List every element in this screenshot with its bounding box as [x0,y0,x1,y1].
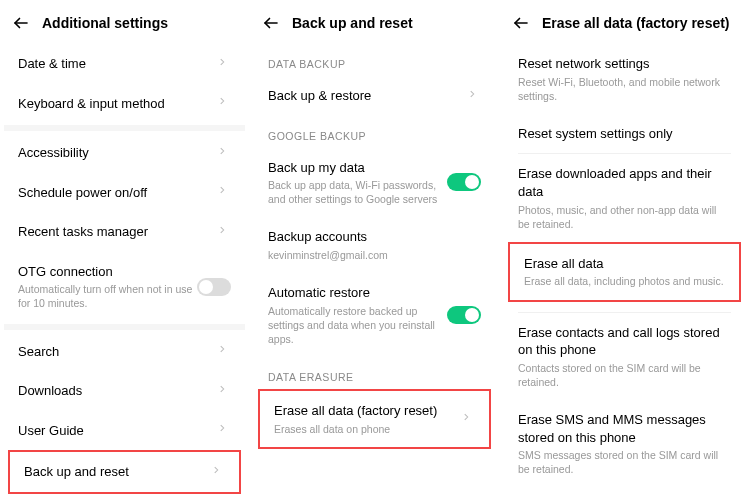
highlight-backup-reset: Back up and reset [8,450,241,494]
row-erase-apps[interactable]: Erase downloaded apps and their data Pho… [504,154,745,241]
row-otg-connection[interactable]: OTG connection Automatically turn off wh… [4,252,245,322]
chevron-right-icon [467,89,481,103]
row-erase-sms[interactable]: Erase SMS and MMS messages stored on thi… [504,400,745,487]
page-title: Back up and reset [292,15,413,31]
section-data-erasure: DATA ERASURE [254,357,495,389]
chevron-right-icon [217,384,231,398]
header: Additional settings [4,0,245,44]
back-icon[interactable] [510,12,532,34]
otg-toggle[interactable] [197,278,231,296]
row-keyboard[interactable]: Keyboard & input method [4,84,245,124]
row-search[interactable]: Search [4,332,245,372]
highlight-erase-all-factory: Erase all data (factory reset) Erases al… [258,389,491,449]
row-backup-restore[interactable]: Back up & restore [254,76,495,116]
section-data-backup: DATA BACKUP [254,44,495,76]
page-title: Erase all data (factory reset) [542,15,730,31]
row-automatic-restore[interactable]: Automatic restore Automatically restore … [254,273,495,357]
row-back-up-my-data[interactable]: Back up my data Back up app data, Wi-Fi … [254,148,495,218]
section-google-backup: GOOGLE BACKUP [254,116,495,148]
row-back-up-and-reset[interactable]: Back up and reset [10,452,239,492]
row-downloads[interactable]: Downloads [4,371,245,411]
chevron-right-icon [217,423,231,437]
panel-additional-settings: Additional settings Date & time Keyboard… [0,0,250,500]
panel-back-up-and-reset: Back up and reset DATA BACKUP Back up & … [250,0,500,500]
row-backup-accounts[interactable]: Backup accounts kevinminstrel@gmail.com [254,217,495,273]
row-reset-network[interactable]: Reset network settings Reset Wi-Fi, Blue… [504,44,745,114]
chevron-right-icon [217,344,231,358]
back-icon[interactable] [260,12,282,34]
chevron-right-icon [217,185,231,199]
row-schedule-power[interactable]: Schedule power on/off [4,173,245,213]
chevron-right-icon [217,225,231,239]
row-erase-all-data[interactable]: Erase all data Erase all data, including… [510,244,739,300]
divider [4,125,245,131]
header: Erase all data (factory reset) [504,0,745,44]
automatic-restore-toggle[interactable] [447,306,481,324]
chevron-right-icon [217,57,231,71]
back-icon[interactable] [10,12,32,34]
row-accessibility[interactable]: Accessibility [4,133,245,173]
page-title: Additional settings [42,15,168,31]
chevron-right-icon [461,412,475,426]
row-date-time[interactable]: Date & time [4,44,245,84]
divider [4,324,245,330]
row-user-guide[interactable]: User Guide [4,411,245,451]
chevron-right-icon [217,146,231,160]
row-erase-all-factory-reset[interactable]: Erase all data (factory reset) Erases al… [260,391,489,447]
backup-my-data-toggle[interactable] [447,173,481,191]
panel-erase-all-data: Erase all data (factory reset) Reset net… [500,0,750,500]
chevron-right-icon [217,96,231,110]
header: Back up and reset [254,0,495,44]
highlight-erase-all-data: Erase all data Erase all data, including… [508,242,741,302]
row-erase-contacts[interactable]: Erase contacts and call logs stored on t… [504,313,745,400]
row-reset-system[interactable]: Reset system settings only [504,114,745,154]
row-recent-tasks[interactable]: Recent tasks manager [4,212,245,252]
chevron-right-icon [211,465,225,479]
